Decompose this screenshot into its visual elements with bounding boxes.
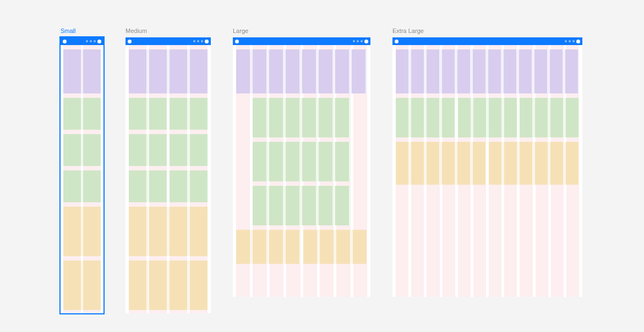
device-frame-large [233,37,370,297]
window-dot-icon [357,40,359,42]
breakpoint-label: Small [61,27,103,34]
tile-block [63,261,101,310]
window-dot-icon [86,40,88,42]
card-block [129,134,167,166]
hero-block [236,49,367,93]
card-block [63,134,101,166]
tile-block [129,207,208,256]
breakpoint-label: Extra Large [392,27,582,34]
titlebar [125,37,211,45]
card-block [396,98,455,137]
breakpoint-label: Medium [125,27,211,34]
window-dot-icon [97,40,101,43]
window-dot-icon [205,40,209,43]
card-block [63,170,101,202]
card-block [170,134,208,166]
breakpoint-small[interactable]: Small [61,27,103,313]
window-dot-icon [197,40,199,42]
tile-block [489,142,579,185]
window-dot-icon [90,40,92,42]
breakpoint-stage: Small [0,27,644,313]
window-dot-icon [395,40,399,43]
window-dot-icon [235,40,239,43]
window-dot-icon [569,40,571,42]
breakpoint-label: Large [233,27,370,34]
card-block [63,98,101,130]
window-dot-icon [576,40,580,43]
tile-block [236,230,301,264]
titlebar [392,37,582,45]
breakpoint-extra-large[interactable]: Extra Large [392,27,582,297]
card-block [253,142,350,181]
card-block [253,98,350,137]
tile-block [63,207,101,256]
card-block [129,170,167,202]
window-dot-icon [353,40,355,42]
hero-block [63,49,101,93]
card-block [170,98,208,130]
window-dot-icon [201,40,203,42]
window-dot-icon [572,40,575,42]
titlebar [233,37,370,45]
card-block [253,186,350,225]
layout-canvas [125,45,211,313]
tile-block [129,261,208,310]
hero-block [396,49,579,93]
layout-canvas [61,45,103,313]
window-dot-icon [193,40,195,42]
titlebar [61,37,103,45]
card-block [520,98,579,137]
hero-block [129,49,208,93]
device-frame-medium [125,37,211,313]
breakpoint-medium[interactable]: Medium [125,27,211,313]
window-dot-icon [63,40,67,43]
device-frame-extra-large [392,37,582,297]
card-block [170,170,208,202]
window-dot-icon [361,40,363,42]
card-block [129,98,167,130]
breakpoint-large[interactable]: Large [233,27,370,297]
card-block [458,98,517,137]
window-dot-icon [128,40,132,43]
window-dot-icon [364,40,368,43]
layout-canvas [233,45,370,297]
device-frame-small [61,37,103,313]
tile-block [303,230,368,264]
window-dot-icon [94,40,96,42]
tile-block [396,142,486,185]
layout-canvas [392,45,582,297]
window-dot-icon [565,40,567,42]
